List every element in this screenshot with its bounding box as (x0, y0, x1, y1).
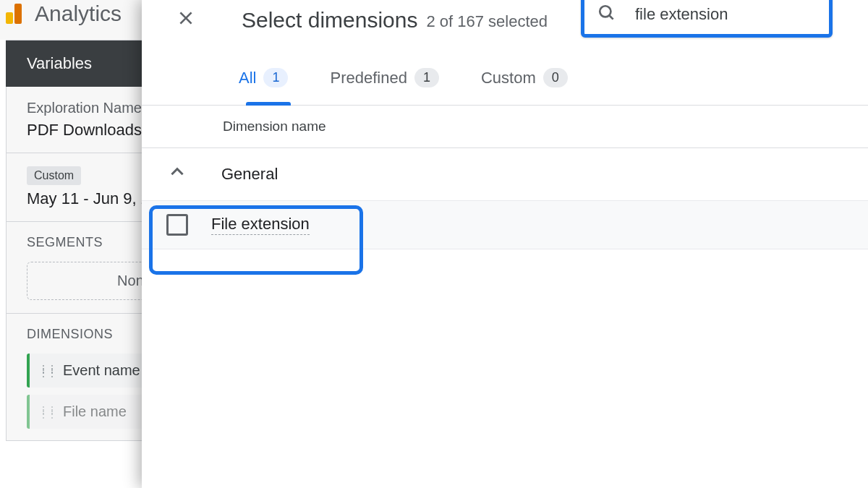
tab-count-badge: 1 (263, 68, 288, 87)
tab-predefined[interactable]: Predefined 1 (330, 51, 438, 105)
app-title: Analytics (35, 1, 122, 26)
close-icon[interactable] (176, 9, 195, 33)
date-chip: Custom (27, 166, 81, 185)
svg-point-2 (600, 6, 610, 17)
modal-title: Select dimensions (242, 8, 417, 33)
tabs-row: All 1 Predefined 1 Custom 0 (142, 51, 868, 106)
dimension-chip-label: File name (63, 403, 127, 420)
drag-handle-icon: ⋮⋮⋮⋮ (38, 408, 56, 416)
group-name: General (221, 165, 278, 184)
column-header: Dimension name (142, 106, 868, 148)
tab-label: Predefined (330, 69, 407, 87)
search-icon (597, 4, 616, 25)
tab-count-badge: 0 (543, 68, 568, 87)
dimension-group-header[interactable]: General (142, 148, 868, 201)
tab-label: All (239, 69, 256, 87)
tab-label: Custom (481, 69, 536, 87)
dimension-chip-label: Event name (63, 362, 140, 379)
drag-handle-icon: ⋮⋮⋮⋮ (38, 367, 56, 375)
search-box[interactable] (581, 0, 833, 38)
search-input[interactable] (635, 5, 816, 24)
svg-line-3 (609, 15, 613, 19)
tab-count-badge: 1 (414, 68, 439, 87)
tab-custom[interactable]: Custom 0 (481, 51, 568, 105)
dimension-name: File extension (211, 215, 310, 235)
modal-subtitle: 2 of 167 selected (426, 12, 548, 31)
tab-all[interactable]: All 1 (239, 51, 288, 105)
chevron-up-icon (168, 163, 187, 186)
dimension-row-file-extension[interactable]: File extension (142, 201, 868, 249)
modal-header: Select dimensions 2 of 167 selected (142, 0, 868, 51)
dimension-checkbox[interactable] (166, 214, 188, 236)
select-dimensions-modal: Select dimensions 2 of 167 selected All … (142, 0, 868, 488)
analytics-logo-icon (6, 4, 22, 24)
